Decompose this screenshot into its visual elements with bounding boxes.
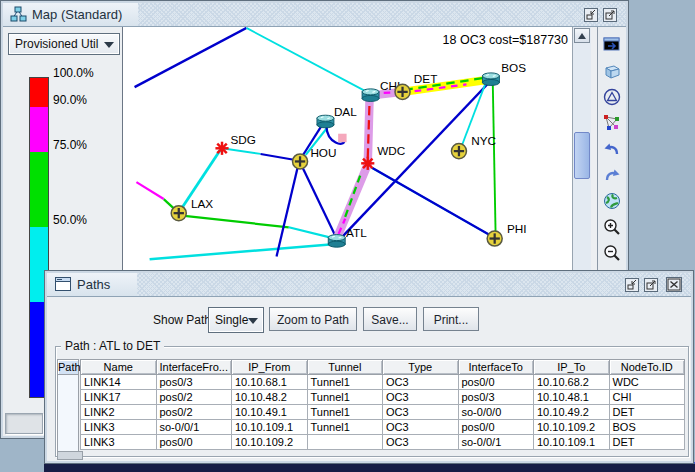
map-node-sdg[interactable] [215,142,228,155]
table-cell: pos0/2 [156,390,232,405]
chevron-down-icon [104,42,114,48]
path-column-body[interactable] [57,375,79,452]
paths-window-titlebar[interactable]: Paths [47,273,691,297]
column-header[interactable]: IP_From [232,360,308,375]
map-node-nyc[interactable] [451,144,466,159]
table-cell: DET [609,405,685,420]
table-cell: OC3 [383,435,459,450]
zoom-to-path-button[interactable]: Zoom to Path [269,307,357,331]
column-header[interactable]: Tunnel [307,360,383,375]
map-node-chi[interactable] [362,89,379,102]
map-node-bos[interactable] [482,73,499,86]
map-node-hou[interactable] [293,154,308,169]
window-icon [55,277,71,291]
legend-label: 50.0% [53,213,87,227]
table-cell: pos0/0 [458,420,534,435]
minimize-button[interactable] [584,8,598,22]
map-link [135,28,247,87]
detach-panel-icon[interactable] [602,34,623,55]
legend-segment [30,152,48,227]
table-row[interactable]: LINK14pos0/310.10.68.1Tunnel1OC3pos0/010… [81,375,685,390]
close-button[interactable] [666,277,682,292]
table-cell: WDC [609,375,685,390]
map-node-wdc[interactable] [361,157,374,170]
column-header[interactable]: Type [383,360,459,375]
map-node-atl[interactable] [328,235,345,248]
application-desktop: Map (Standard) Provisioned Util 100.0%90… [0,0,695,472]
table-cell: Tunnel1 [307,375,383,390]
table-cell: OC3 [383,405,459,420]
links-table[interactable]: NameInterfaceFro...IP_FromTunnelTypeInte… [80,359,685,450]
circle-triangle-icon[interactable] [602,86,623,107]
column-header[interactable]: IP_To [534,360,610,375]
zoom-in-icon[interactable] [602,216,623,237]
map-node-dal[interactable] [317,115,334,128]
restore-button[interactable] [625,278,639,292]
links-table-wrap: NameInterfaceFro...IP_FromTunnelTypeInte… [80,359,686,451]
map-node-lax[interactable] [171,206,186,221]
column-header[interactable]: NodeTo.ID [609,360,685,375]
map-window-title: Map (Standard) [32,7,122,22]
graph-layout-icon[interactable] [602,112,623,133]
path-row-header-column[interactable]: Path [57,359,79,452]
table-cell: Tunnel1 [307,405,383,420]
table-cell: 10.10.49.1 [232,405,308,420]
table-cell: LINK3 [81,435,157,450]
overlay-type-dropdown[interactable]: Provisioned Util [8,33,120,55]
table-cell: LINK3 [81,420,157,435]
zoom-out-icon[interactable] [602,242,623,263]
show-path-label: Show Path: [153,313,214,327]
undo-icon[interactable] [602,138,623,159]
table-cell: OC3 [383,420,459,435]
scroll-up-arrow[interactable] [574,28,590,43]
chevron-down-icon [248,318,258,324]
map-node-label: HOU [310,146,336,159]
table-row[interactable]: LINK3pos0/010.10.109.2OC3so-0/0/110.10.1… [81,435,685,450]
table-row[interactable]: LINK2pos0/210.10.49.1Tunnel1OC3so-0/0/01… [81,405,685,420]
table-cell: pos0/0 [156,435,232,450]
map-window-titlebar[interactable]: Map (Standard) [3,3,626,27]
map-node-label: DAL [334,105,357,118]
map-node-label: ATL [346,226,367,239]
table-cell: pos0/2 [156,405,232,420]
overlay-type-value: Provisioned Util [15,37,98,51]
map-node-label: PHI [507,222,527,235]
table-row[interactable]: LINK17pos0/210.10.48.2Tunnel1OC3pos0/310… [81,390,685,405]
table-cell: pos0/3 [458,390,534,405]
map-link [301,164,336,236]
table-cell: 10.10.68.2 [534,375,610,390]
table-cell: so-0/0/1 [458,435,534,450]
column-header[interactable]: Name [81,360,157,375]
table-row[interactable]: LINK3so-0/0/110.10.109.1Tunnel1OC3pos0/0… [81,420,685,435]
map-node-det[interactable] [395,84,410,99]
path-column-header[interactable]: Path [57,359,79,375]
map-node-marker[interactable] [338,134,346,142]
save-button[interactable]: Save... [363,307,417,331]
table-cell: OC3 [383,390,459,405]
map-node-phi[interactable] [487,231,502,246]
path-column-hscrollbar[interactable] [57,451,83,460]
print-button[interactable]: Print... [423,307,479,331]
path-group-box: Path : ATL to DET Path NameInterfaceFro.… [55,346,689,457]
table-cell: OC3 [383,375,459,390]
paths-window-title: Paths [77,277,110,292]
maximize-button[interactable] [603,8,617,22]
redo-icon[interactable] [602,164,623,185]
cube-3d-icon[interactable] [602,60,623,81]
maximize-button[interactable] [644,278,658,292]
scrollbar-thumb[interactable] [574,132,590,179]
column-header[interactable]: InterfaceTo [458,360,534,375]
network-tree-icon [10,6,27,23]
map-link [340,82,489,238]
table-cell: pos0/0 [458,375,534,390]
table-cell: BOS [609,420,685,435]
table-cell: so-0/0/1 [156,420,232,435]
table-cell: 10.10.48.2 [232,390,308,405]
globe-icon[interactable] [602,190,623,211]
table-cell: pos0/3 [156,375,232,390]
map-node-label: NYC [471,134,496,147]
column-header[interactable]: InterfaceFro... [156,360,232,375]
show-path-dropdown[interactable]: Single [208,307,264,333]
map-link [136,182,163,199]
map-link [493,84,496,234]
